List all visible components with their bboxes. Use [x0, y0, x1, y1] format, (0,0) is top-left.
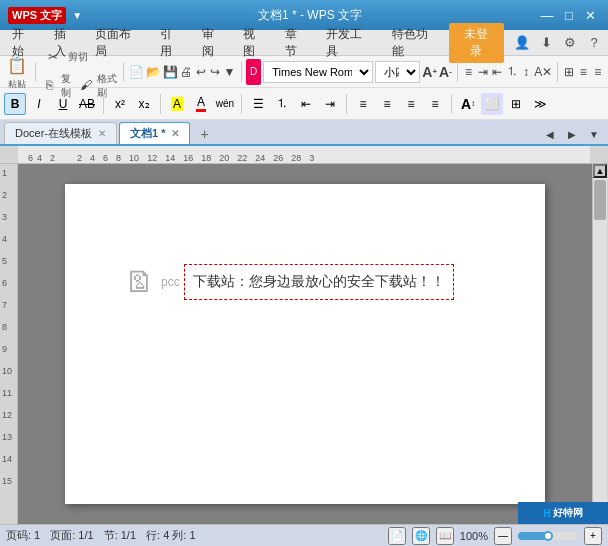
v-ruler-mark: 6 [2, 278, 15, 288]
print-button[interactable]: 🖨 [180, 59, 192, 85]
ruler-mark: 10 [129, 153, 139, 163]
page-area[interactable]: 🖻 pcc 下载站：您身边最放心的安全下载站！！ [18, 164, 592, 524]
highlight-button[interactable]: A [166, 93, 188, 115]
zoom-out-button[interactable]: — [494, 527, 512, 545]
border-button[interactable]: ⊞ [505, 93, 527, 115]
new-button[interactable]: 📄 [129, 59, 144, 85]
help-icon[interactable]: ? [584, 33, 604, 53]
v-ruler-mark: 11 [2, 388, 15, 398]
ruler-mark: 6 [28, 153, 33, 163]
number-list-button[interactable]: ⒈ [271, 93, 293, 115]
view-read-button[interactable]: 📖 [436, 527, 454, 545]
text-selection-box: 下载站：您身边最放心的安全下载站！！ [184, 264, 454, 300]
indent-button[interactable]: ⇥ [477, 59, 489, 85]
title-dropdown-icon[interactable]: ▼ [72, 10, 82, 21]
view-web-button[interactable]: 🌐 [412, 527, 430, 545]
redo-button[interactable]: ↪ [209, 59, 221, 85]
superscript-button[interactable]: x² [109, 93, 131, 115]
subscript-button[interactable]: x₂ [133, 93, 155, 115]
tab-nav-left[interactable]: ◀ [540, 124, 560, 144]
menu-view[interactable]: 视图 [235, 23, 275, 63]
tab-menu-button[interactable]: ▼ [584, 124, 604, 144]
bold-button[interactable]: B [4, 93, 26, 115]
tab-nav-right[interactable]: ▶ [562, 124, 582, 144]
align-left-button[interactable]: ≡ [352, 93, 374, 115]
paste-button[interactable]: 📋 [4, 52, 30, 78]
sort-button[interactable]: ↕ [520, 59, 532, 85]
docer-btn[interactable]: D [246, 59, 261, 85]
increase-indent-button[interactable]: ⇥ [319, 93, 341, 115]
position-status: 行: 4 列: 1 [146, 528, 196, 543]
ruler-mark: 20 [219, 153, 229, 163]
view-normal-button[interactable]: 📄 [388, 527, 406, 545]
numbering-button[interactable]: ⒈ [506, 59, 518, 85]
v-ruler-mark: 8 [2, 322, 15, 332]
bullet-list-button[interactable]: ☰ [247, 93, 269, 115]
scroll-thumb[interactable] [594, 180, 606, 220]
zoom-slider[interactable] [518, 532, 578, 540]
ruler-mark: 22 [237, 153, 247, 163]
align-right-button[interactable]: ≡ [400, 93, 422, 115]
more-format-button[interactable]: ≫ [529, 93, 551, 115]
table-button[interactable]: ⊞ [563, 59, 575, 85]
scroll-up-button[interactable]: ▲ [593, 164, 607, 178]
align-center-button[interactable]: ≡ [376, 93, 398, 115]
justify-button[interactable]: ≡ [424, 93, 446, 115]
v-ruler-mark: 5 [2, 256, 15, 266]
outdent-button[interactable]: ⇤ [491, 59, 503, 85]
font-name-select[interactable]: Times New Roma [263, 61, 373, 83]
ruler-mark: 2 [77, 153, 82, 163]
doc-content[interactable]: 🖻 pcc 下载站：您身边最放心的安全下载站！！ [125, 264, 485, 464]
settings-icon[interactable]: ⚙ [560, 33, 580, 53]
font-color-button[interactable]: A [190, 93, 212, 115]
zoom-in-button[interactable]: + [584, 527, 602, 545]
clear-format-button[interactable]: A✕ [534, 59, 552, 85]
strikethrough-button[interactable]: AB [76, 93, 98, 115]
ruler-mark: 4 [37, 153, 42, 163]
add-tab-button[interactable]: + [194, 124, 214, 144]
tab-doc1[interactable]: 文档1 * ✕ [119, 122, 190, 144]
ruler-container: 6 4 2 2 4 6 8 10 12 14 16 18 20 22 24 26… [0, 146, 608, 164]
italic-button[interactable]: I [28, 93, 50, 115]
menu-section[interactable]: 章节 [277, 23, 317, 63]
menu-review[interactable]: 审阅 [194, 23, 234, 63]
minimize-button[interactable]: — [538, 6, 556, 24]
cut-button[interactable]: ✂ [40, 44, 66, 70]
restore-button[interactable]: □ [560, 6, 578, 24]
user-icon[interactable]: 👤 [512, 33, 532, 53]
document-page: 🖻 pcc 下载站：您身边最放心的安全下载站！！ [65, 184, 545, 504]
sep-fmt [103, 94, 104, 114]
font-shrink-button[interactable]: A- [439, 59, 452, 85]
extra-button[interactable]: ≡ [592, 59, 604, 85]
title-controls: — □ ✕ [538, 6, 600, 24]
sep-fmt4 [346, 94, 347, 114]
align-full-button[interactable]: ≡ [577, 59, 589, 85]
more-btn[interactable]: ▼ [223, 59, 235, 85]
tab-bar: Docer-在线模板 ✕ 文档1 * ✕ + ◀ ▶ ▼ [0, 120, 608, 146]
undo-button[interactable]: ↩ [194, 59, 206, 85]
close-button[interactable]: ✕ [582, 6, 600, 24]
vertical-scrollbar[interactable] [593, 178, 607, 510]
menu-references[interactable]: 引用 [152, 23, 192, 63]
horizontal-ruler: 6 4 2 2 4 6 8 10 12 14 16 18 20 22 24 26… [18, 146, 590, 163]
watermark-label: 好特网 [553, 506, 583, 520]
menu-special[interactable]: 特色功能 [384, 23, 447, 63]
shading-button[interactable]: ⬜ [481, 93, 503, 115]
download-icon[interactable]: ⬇ [536, 33, 556, 53]
zoom-handle[interactable] [543, 531, 553, 541]
menu-developer[interactable]: 开发工具 [318, 23, 381, 63]
decrease-indent-button[interactable]: ⇤ [295, 93, 317, 115]
line-height-button[interactable]: A↕ [457, 93, 479, 115]
font-grow-button[interactable]: A+ [422, 59, 437, 85]
open-button[interactable]: 📂 [146, 59, 161, 85]
font-size-select[interactable]: 小四 四号 五号 [375, 61, 420, 83]
tab-docer-label: Docer-在线模板 [15, 126, 92, 141]
para-spacing-button[interactable]: ≡ [462, 59, 474, 85]
text-style-button[interactable]: wén [214, 93, 236, 115]
save-button[interactable]: 💾 [163, 59, 178, 85]
tab-docer-close[interactable]: ✕ [98, 128, 106, 139]
login-button[interactable]: 未登录 [449, 23, 504, 63]
underline-button[interactable]: U [52, 93, 74, 115]
tab-doc1-close[interactable]: ✕ [171, 128, 179, 139]
tab-docer[interactable]: Docer-在线模板 ✕ [4, 122, 117, 144]
